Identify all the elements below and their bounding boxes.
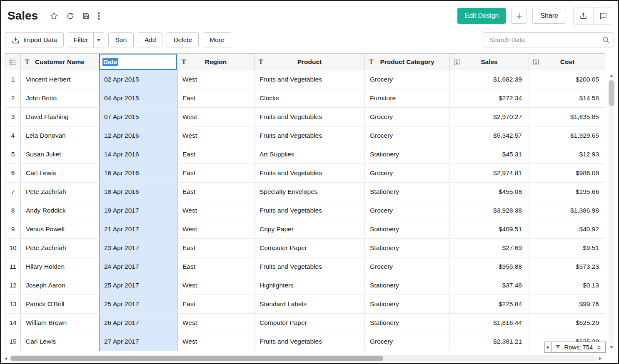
cell-region[interactable]: West	[177, 314, 255, 332]
horizontal-scroll-track[interactable]	[10, 355, 596, 362]
vertical-scroll-track[interactable]	[609, 79, 614, 344]
column-header-category[interactable]: TProduct Category	[365, 53, 450, 70]
column-header-product[interactable]: TProduct	[255, 53, 365, 70]
cell-category[interactable]: Grocery	[365, 108, 450, 126]
cell-customer[interactable]: Venus Powell	[21, 220, 99, 239]
cell-region[interactable]: East	[177, 164, 255, 183]
cell-product[interactable]: Fruits and Vegetables	[255, 70, 365, 89]
cell-region[interactable]: West	[177, 201, 255, 220]
jump-to-top-icon[interactable]	[555, 344, 561, 350]
cell-cost[interactable]: $986.08	[529, 164, 605, 183]
add-new-button[interactable]: +	[511, 8, 527, 24]
column-title-editing[interactable]: Date	[102, 58, 118, 66]
cell-date[interactable]: 18 Apr 2016	[99, 183, 177, 201]
row-number[interactable]: 5	[5, 145, 21, 164]
row-number[interactable]: 7	[5, 183, 21, 201]
cell-region[interactable]: West	[177, 108, 255, 126]
cell-category[interactable]: Stationery	[365, 239, 450, 258]
cell-sales[interactable]: $45.31	[450, 145, 529, 164]
row-number[interactable]: 2	[5, 89, 21, 108]
badge-collapse-handle[interactable]	[544, 342, 551, 353]
column-header-sales[interactable]: 1Sales	[450, 53, 529, 70]
cell-sales[interactable]: $2,974.81	[450, 164, 529, 183]
sort-button[interactable]: Sort	[108, 32, 133, 47]
cell-cost[interactable]: $0.13	[529, 276, 605, 295]
add-button[interactable]: Add	[138, 32, 163, 47]
cell-customer[interactable]: Andy Roddick	[21, 201, 99, 220]
cell-category[interactable]: Grocery	[365, 126, 450, 145]
cell-category[interactable]: Furniture	[365, 89, 450, 108]
cell-product[interactable]: Fruits and Vegetables	[255, 126, 365, 145]
cell-sales[interactable]: $1,816.44	[450, 314, 529, 332]
cell-sales[interactable]: $2,970.27	[450, 108, 529, 126]
cell-customer[interactable]: Susan Juliet	[21, 145, 99, 164]
refresh-icon[interactable]	[66, 12, 74, 20]
column-header-date[interactable]: Date	[99, 53, 177, 70]
column-header-region[interactable]: TRegion	[177, 53, 255, 70]
cell-date[interactable]: 24 Apr 2017	[99, 258, 177, 276]
scroll-up-button[interactable]	[608, 72, 615, 79]
cell-customer[interactable]: Hilary Holden	[21, 258, 99, 276]
comment-icon[interactable]	[593, 7, 613, 24]
cell-sales[interactable]: $37.48	[450, 276, 529, 295]
column-header-customer[interactable]: TCustomer Name	[21, 53, 99, 70]
cell-sales[interactable]: $1,682.39	[450, 70, 529, 89]
search-input[interactable]	[484, 32, 614, 47]
cell-sales[interactable]: $455.08	[450, 183, 529, 201]
cell-region[interactable]: West	[177, 276, 255, 295]
cell-region[interactable]: West	[177, 220, 255, 239]
row-number[interactable]: 9	[5, 220, 21, 239]
cell-customer[interactable]: William Brown	[21, 314, 99, 332]
row-number[interactable]: 14	[5, 314, 21, 332]
cell-product[interactable]: Fruits and Vegetables	[255, 332, 365, 351]
cell-category[interactable]: Grocery	[365, 201, 450, 220]
cell-region[interactable]: West	[177, 332, 255, 351]
cell-category[interactable]: Stationery	[365, 314, 450, 332]
cell-customer[interactable]: Pete Zachriah	[21, 183, 99, 201]
cell-cost[interactable]: $1,635.85	[529, 108, 605, 126]
row-number[interactable]: 11	[5, 258, 21, 276]
edit-design-button[interactable]: Edit Design	[457, 8, 506, 24]
cell-date[interactable]: 21 Apr 2017	[99, 220, 177, 239]
cell-cost[interactable]: $1,386.98	[529, 201, 605, 220]
row-number[interactable]: 10	[5, 239, 21, 258]
scroll-down-button[interactable]	[608, 344, 615, 351]
share-button[interactable]: Share	[532, 8, 566, 24]
cell-date[interactable]: 26 Apr 2017	[99, 314, 177, 332]
cell-sales[interactable]: $272.34	[450, 89, 529, 108]
cell-date[interactable]: 14 Apr 2016	[99, 145, 177, 164]
cell-region[interactable]: East	[177, 183, 255, 201]
cell-category[interactable]: Stationery	[365, 220, 450, 239]
vertical-scroll-thumb[interactable]	[609, 80, 614, 106]
row-number[interactable]: 4	[5, 126, 21, 145]
cell-cost[interactable]: $573.23	[529, 258, 605, 276]
cell-sales[interactable]: $955.88	[450, 258, 529, 276]
cell-region[interactable]: East	[177, 295, 255, 314]
row-number[interactable]: 1	[5, 70, 21, 89]
cell-region[interactable]: West	[177, 126, 255, 145]
more-options-kebab-icon[interactable]	[98, 12, 100, 20]
cell-customer[interactable]: David Flashing	[21, 108, 99, 126]
cell-region[interactable]: East	[177, 145, 255, 164]
cell-date[interactable]: 12 Apr 2016	[99, 126, 177, 145]
cell-product[interactable]: Highlighters	[255, 276, 365, 295]
cell-product[interactable]: Fruits and Vegetables	[255, 258, 365, 276]
cell-category[interactable]: Stationery	[365, 145, 450, 164]
cell-category[interactable]: Grocery	[365, 70, 450, 89]
cell-date[interactable]: 25 Apr 2017	[99, 276, 177, 295]
import-data-button[interactable]: Import Data	[5, 32, 64, 47]
column-header-cost[interactable]: 1Cost	[529, 53, 605, 70]
cell-region[interactable]: West	[177, 70, 255, 89]
cell-category[interactable]: Grocery	[365, 164, 450, 183]
cell-customer[interactable]: Vincent Herbert	[21, 70, 99, 89]
vertical-scrollbar[interactable]	[608, 72, 615, 351]
cell-product[interactable]: Standard Labels	[255, 295, 365, 314]
cell-region[interactable]: East	[177, 258, 255, 276]
cell-customer[interactable]: Joseph Aaron	[21, 276, 99, 295]
row-number[interactable]: 15	[5, 332, 21, 351]
cell-sales[interactable]: $409.51	[450, 220, 529, 239]
cell-category[interactable]: Stationery	[365, 295, 450, 314]
delete-button[interactable]: Delete	[167, 32, 199, 47]
cell-sales[interactable]: $5,342.57	[450, 126, 529, 145]
cell-date[interactable]: 16 Apr 2016	[99, 164, 177, 183]
